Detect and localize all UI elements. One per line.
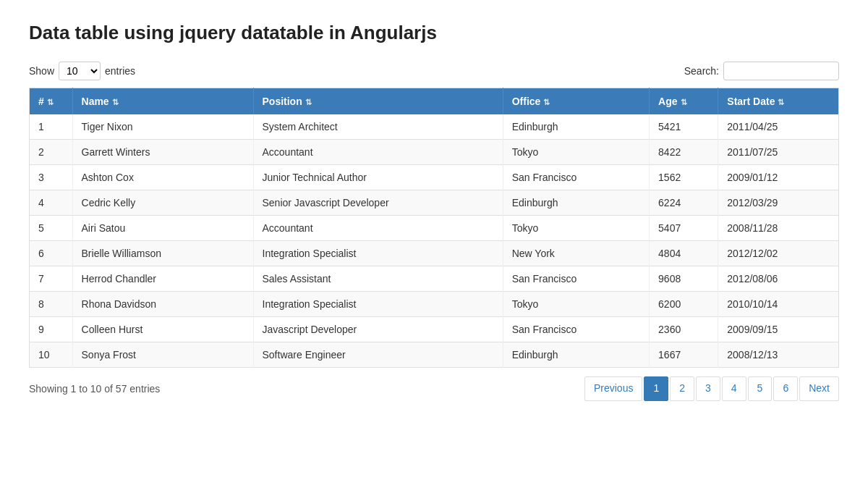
row-num: 10: [30, 342, 73, 368]
row-age: 6200: [650, 292, 718, 317]
row-office: New York: [503, 241, 649, 266]
row-start-date: 2012/08/06: [718, 266, 839, 292]
sort-icon: ⇅: [112, 98, 119, 106]
row-start-date: 2009/09/15: [718, 317, 839, 342]
header-office[interactable]: Office⇅: [503, 88, 649, 115]
sort-icon: ⇅: [681, 98, 687, 106]
row-position: Integration Specialist: [253, 292, 503, 317]
row-start-date: 2009/01/12: [718, 165, 839, 190]
table-row: 7Herrod ChandlerSales AssistantSan Franc…: [30, 266, 839, 292]
pagination-page-4[interactable]: 4: [722, 376, 746, 401]
row-name: Cedric Kelly: [72, 190, 253, 216]
table-row: 3Ashton CoxJunior Technical AuthorSan Fr…: [30, 165, 839, 190]
pagination-page-6[interactable]: 6: [773, 376, 798, 401]
pagination-page-1[interactable]: 1: [644, 376, 668, 401]
search-box: Search:: [684, 62, 839, 80]
pagination: Previous123456Next: [584, 376, 839, 401]
row-position: Software Engineer: [253, 342, 503, 368]
row-office: Edinburgh: [503, 342, 649, 368]
row-start-date: 2011/04/25: [718, 114, 839, 140]
show-entries-select[interactable]: 102550100: [59, 62, 101, 80]
row-num: 1: [30, 114, 73, 140]
row-start-date: 2008/12/13: [718, 342, 839, 368]
row-office: Tokyo: [503, 216, 649, 241]
pagination-next[interactable]: Next: [799, 376, 839, 401]
pagination-page-5[interactable]: 5: [748, 376, 773, 401]
sort-icon: ⇅: [305, 98, 312, 106]
search-label: Search:: [684, 65, 719, 77]
table-row: 4Cedric KellySenior Javascript Developer…: [30, 190, 839, 216]
table-body: 1Tiger NixonSystem ArchitectEdinburgh542…: [30, 114, 839, 368]
entries-label: entries: [105, 65, 135, 77]
row-office: San Francisco: [503, 317, 649, 342]
header-num[interactable]: #⇅: [30, 88, 73, 115]
row-office: Edinburgh: [503, 114, 649, 140]
table-row: 2Garrett WintersAccountantTokyo84222011/…: [30, 140, 839, 165]
header-name[interactable]: Name⇅: [72, 88, 253, 115]
pagination-page-2[interactable]: 2: [670, 376, 694, 401]
row-name: Brielle Williamson: [72, 241, 253, 266]
row-age: 5421: [650, 114, 718, 140]
table-row: 10Sonya FrostSoftware EngineerEdinburgh1…: [30, 342, 839, 368]
row-num: 6: [30, 241, 73, 266]
row-age: 1667: [650, 342, 718, 368]
row-num: 2: [30, 140, 73, 165]
row-office: Tokyo: [503, 140, 649, 165]
row-office: Edinburgh: [503, 190, 649, 216]
search-input[interactable]: [723, 62, 839, 80]
table-row: 8Rhona DavidsonIntegration SpecialistTok…: [30, 292, 839, 317]
row-age: 9608: [650, 266, 718, 292]
row-position: Accountant: [253, 140, 503, 165]
row-start-date: 2011/07/25: [718, 140, 839, 165]
row-name: Tiger Nixon: [72, 114, 253, 140]
row-start-date: 2012/12/02: [718, 241, 839, 266]
row-office: San Francisco: [503, 165, 649, 190]
table-row: 5Airi SatouAccountantTokyo54072008/11/28: [30, 216, 839, 241]
controls-top: Show 102550100 entries Search:: [29, 62, 839, 80]
row-name: Ashton Cox: [72, 165, 253, 190]
row-position: Accountant: [253, 216, 503, 241]
row-age: 1562: [650, 165, 718, 190]
row-position: Integration Specialist: [253, 241, 503, 266]
row-age: 5407: [650, 216, 718, 241]
sort-icon: ⇅: [47, 98, 54, 106]
row-office: San Francisco: [503, 266, 649, 292]
show-entries-container: Show 102550100 entries: [29, 62, 135, 80]
table-row: 1Tiger NixonSystem ArchitectEdinburgh542…: [30, 114, 839, 140]
row-start-date: 2012/03/29: [718, 190, 839, 216]
row-num: 5: [30, 216, 73, 241]
pagination-previous[interactable]: Previous: [584, 376, 642, 401]
row-num: 9: [30, 317, 73, 342]
sort-icon: ⇅: [778, 98, 784, 106]
data-table: #⇅Name⇅Position⇅Office⇅Age⇅Start Date⇅ 1…: [29, 88, 839, 368]
row-position: Sales Assistant: [253, 266, 503, 292]
row-name: Sonya Frost: [72, 342, 253, 368]
sort-icon: ⇅: [543, 98, 550, 106]
row-name: Garrett Winters: [72, 140, 253, 165]
row-name: Colleen Hurst: [72, 317, 253, 342]
row-num: 7: [30, 266, 73, 292]
row-start-date: 2008/11/28: [718, 216, 839, 241]
row-name: Herrod Chandler: [72, 266, 253, 292]
header-start_date[interactable]: Start Date⇅: [718, 88, 839, 115]
page-title: Data table using jquery datatable in Ang…: [29, 22, 839, 44]
table-header: #⇅Name⇅Position⇅Office⇅Age⇅Start Date⇅: [30, 88, 839, 115]
pagination-page-3[interactable]: 3: [696, 376, 720, 401]
table-row: 6Brielle WilliamsonIntegration Specialis…: [30, 241, 839, 266]
row-num: 8: [30, 292, 73, 317]
showing-info: Showing 1 to 10 of 57 entries: [29, 383, 160, 395]
header-age[interactable]: Age⇅: [650, 88, 718, 115]
row-name: Rhona Davidson: [72, 292, 253, 317]
row-start-date: 2010/10/14: [718, 292, 839, 317]
show-label: Show: [29, 65, 54, 77]
controls-bottom: Showing 1 to 10 of 57 entries Previous12…: [29, 376, 839, 401]
row-num: 3: [30, 165, 73, 190]
row-position: Junior Technical Author: [253, 165, 503, 190]
row-position: Senior Javascript Developer: [253, 190, 503, 216]
row-age: 4804: [650, 241, 718, 266]
row-age: 6224: [650, 190, 718, 216]
row-age: 2360: [650, 317, 718, 342]
row-age: 8422: [650, 140, 718, 165]
row-office: Tokyo: [503, 292, 649, 317]
header-position[interactable]: Position⇅: [253, 88, 503, 115]
